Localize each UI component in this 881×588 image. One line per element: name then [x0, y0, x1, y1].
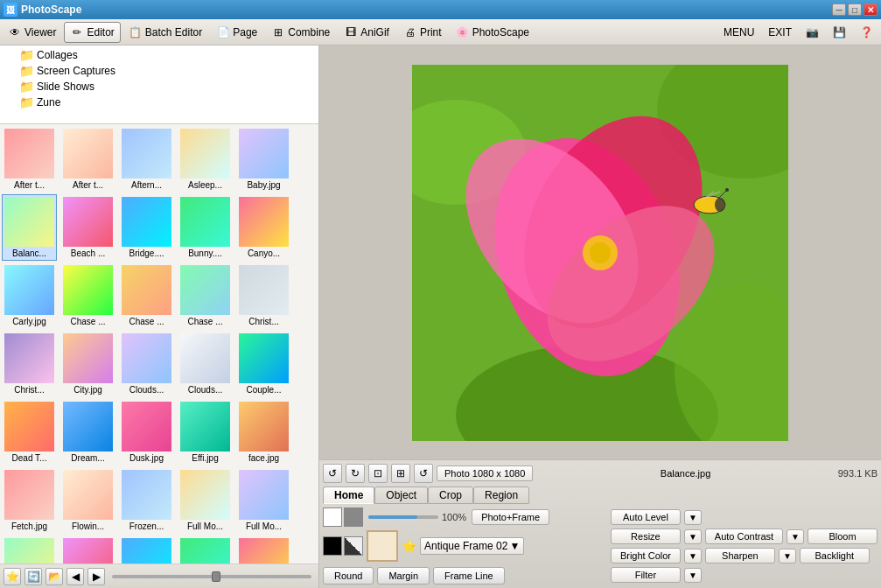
- thumbnail-item[interactable]: After t...: [2, 126, 57, 192]
- toolbar-photoscape[interactable]: 🌸 PhotoScape: [450, 22, 535, 43]
- thumbnail-item[interactable]: Canyo...: [236, 194, 291, 261]
- tab-home[interactable]: Home: [323, 486, 374, 504]
- tree-item-collages[interactable]: 📁 Collages: [2, 47, 317, 63]
- auto-contrast-dropdown[interactable]: ▼: [787, 529, 804, 544]
- bloom-button[interactable]: Bloom: [808, 528, 878, 544]
- thumbnail-item[interactable]: Clouds...: [178, 331, 233, 397]
- resize-dropdown[interactable]: ▼: [684, 529, 702, 544]
- margin-button[interactable]: Margin: [377, 567, 430, 584]
- tab-object[interactable]: Object: [374, 486, 428, 504]
- help-button[interactable]: ❓: [854, 22, 879, 43]
- minimize-button[interactable]: ─: [832, 4, 846, 16]
- thumbnail-item[interactable]: Beach ...: [60, 194, 115, 261]
- auto-contrast-button[interactable]: Auto Contrast: [705, 528, 783, 544]
- thumbnail-item[interactable]: Happy...: [178, 536, 233, 564]
- bright-color-dropdown[interactable]: ▼: [684, 549, 702, 564]
- thumbnail-item[interactable]: Carly.jpg: [2, 262, 57, 329]
- edit-right-row-2: Resize ▼ Auto Contrast ▼ Bloom: [611, 528, 878, 544]
- thumbnail-item[interactable]: Baby.jpg: [236, 126, 291, 192]
- color-box-white[interactable]: [323, 508, 342, 527]
- thumbnail-item[interactable]: Frozen...: [119, 467, 174, 534]
- thumbnail-item[interactable]: Fetch.jpg: [2, 467, 57, 534]
- camera-button[interactable]: 📷: [800, 22, 825, 43]
- color-box-black[interactable]: [323, 536, 342, 556]
- photo-frame-button[interactable]: Photo+Frame: [472, 509, 549, 525]
- thumbnail-item[interactable]: Harves...: [236, 536, 291, 564]
- thumbnail-item[interactable]: Flowin...: [60, 467, 115, 534]
- toolbar-combine[interactable]: ⊞ Combine: [265, 22, 336, 43]
- thumbnail-item[interactable]: Happy ...: [60, 536, 115, 564]
- thumbnail-item[interactable]: Chase ...: [60, 262, 115, 329]
- thumbnail-label: Frozen...: [122, 522, 171, 531]
- thumbnail-item[interactable]: Aftern...: [119, 126, 174, 192]
- thumbnail-item[interactable]: Dead T...: [2, 399, 57, 466]
- thumbnail-item[interactable]: Full Mo...: [236, 467, 291, 534]
- toolbar-batch[interactable]: 📋 Batch Editor: [122, 22, 208, 43]
- resize-button[interactable]: Resize: [611, 528, 681, 544]
- backlight-button[interactable]: Backlight: [800, 548, 870, 564]
- thumbnail-item[interactable]: Christ...: [2, 331, 57, 397]
- thumbnail-item[interactable]: Clouds...: [119, 331, 174, 397]
- color-box-gray[interactable]: [344, 508, 363, 527]
- frame-select[interactable]: Antique Frame 02 ▼: [420, 537, 524, 555]
- filter-button[interactable]: Filter: [611, 567, 681, 583]
- zoom-fit-button[interactable]: ⊡: [368, 464, 388, 483]
- sharpen-button[interactable]: Sharpen: [705, 548, 775, 564]
- sharpen-dropdown[interactable]: ▼: [779, 549, 796, 564]
- refresh-button[interactable]: 🔄: [24, 568, 42, 585]
- save-button[interactable]: 💾: [827, 22, 852, 43]
- thumbnail-item[interactable]: City.jpg: [60, 331, 115, 397]
- thumbnail-item[interactable]: Chase ...: [178, 262, 233, 329]
- color-box-checker[interactable]: [344, 536, 363, 556]
- menu-button[interactable]: MENU: [717, 22, 760, 43]
- frame-line-button[interactable]: Frame Line: [433, 567, 505, 584]
- tree-item-zune[interactable]: 📁 Zune: [2, 94, 317, 110]
- thumbnail-item[interactable]: Gizmo....: [2, 536, 57, 564]
- zoom-full-button[interactable]: ⊞: [391, 464, 410, 483]
- slider-track[interactable]: [368, 515, 438, 519]
- thumbnail-item[interactable]: Full Mo...: [178, 467, 233, 534]
- toolbar-anigif[interactable]: 🎞 AniGif: [338, 22, 395, 43]
- prev-folder-button[interactable]: ◀: [66, 568, 84, 585]
- rotate-right-button[interactable]: ↻: [346, 464, 365, 483]
- toolbar-print[interactable]: 🖨 Print: [397, 22, 448, 43]
- toolbar-page[interactable]: 📄 Page: [210, 22, 263, 43]
- thumbnail-item[interactable]: Christ...: [236, 262, 291, 329]
- photo-info-button[interactable]: Photo 1080 x 1080: [437, 466, 533, 481]
- tree-item-slide-shows[interactable]: 📁 Slide Shows: [2, 79, 317, 94]
- thumbnail-item[interactable]: Balanc...: [2, 194, 57, 261]
- thumbnail-item[interactable]: Effi.jpg: [178, 399, 233, 466]
- filename-display: Balance.jpg: [536, 468, 834, 479]
- auto-level-button[interactable]: Auto Level: [611, 509, 681, 525]
- thumbnail-item[interactable]: face.jpg: [236, 399, 291, 466]
- thumbnail-item[interactable]: Dusk.jpg: [119, 399, 174, 466]
- close-button[interactable]: ✕: [864, 4, 878, 16]
- thumbnail-item[interactable]: Chase ...: [119, 262, 174, 329]
- toolbar-editor[interactable]: ✏ Editor: [64, 22, 120, 43]
- bright-color-button[interactable]: Bright Color: [611, 548, 681, 564]
- thumbnail-item[interactable]: After t...: [60, 126, 115, 192]
- maximize-button[interactable]: □: [848, 4, 862, 16]
- thumbnail-item[interactable]: Bunny....: [178, 194, 233, 261]
- round-button[interactable]: Round: [323, 567, 374, 584]
- tab-region[interactable]: Region: [473, 486, 529, 504]
- thumbnail-item[interactable]: Dream...: [60, 399, 115, 466]
- refresh-photo-button[interactable]: ↺: [414, 464, 433, 483]
- next-folder-button[interactable]: ▶: [87, 568, 105, 585]
- exit-button[interactable]: EXIT: [762, 22, 798, 43]
- auto-level-dropdown[interactable]: ▼: [684, 510, 702, 525]
- zoom-thumb[interactable]: [212, 571, 220, 582]
- thumbnail-item[interactable]: Bridge....: [119, 194, 174, 261]
- rotate-left-button[interactable]: ↺: [323, 464, 342, 483]
- folder-button[interactable]: 📂: [45, 568, 63, 585]
- zoom-slider[interactable]: [112, 575, 311, 578]
- filter-dropdown[interactable]: ▼: [684, 568, 702, 583]
- fav-button[interactable]: ⭐: [3, 568, 21, 585]
- tab-crop[interactable]: Crop: [428, 486, 473, 504]
- thumbnail-item[interactable]: Couple...: [236, 331, 291, 397]
- tree-item-screen-captures[interactable]: 📁 Screen Captures: [2, 63, 317, 79]
- toolbar-viewer[interactable]: 👁 Viewer: [2, 22, 62, 43]
- thumbnail-label: Beach ...: [63, 248, 113, 258]
- thumbnail-item[interactable]: Asleep...: [178, 126, 233, 192]
- thumbnail-item[interactable]: Happy ...: [119, 536, 174, 564]
